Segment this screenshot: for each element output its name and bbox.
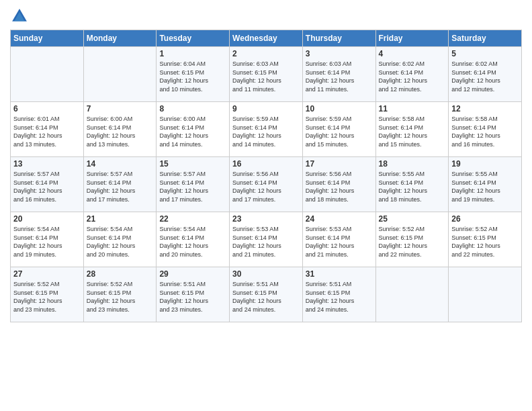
day-number: 8 — [159, 104, 226, 113]
day-number: 24 — [306, 214, 373, 224]
day-info: Sunrise: 6:02 AM Sunset: 6:14 PM Dayligh… — [379, 60, 446, 93]
day-number: 29 — [159, 269, 226, 279]
day-info: Sunrise: 6:03 AM Sunset: 6:14 PM Dayligh… — [306, 60, 373, 93]
day-number: 21 — [87, 214, 154, 224]
day-info: Sunrise: 6:00 AM Sunset: 6:14 PM Dayligh… — [87, 115, 154, 148]
day-number: 19 — [451, 159, 519, 169]
day-info: Sunrise: 6:04 AM Sunset: 6:15 PM Dayligh… — [159, 60, 226, 93]
header-day-thursday: Thursday — [302, 30, 375, 47]
calendar-cell: 12Sunrise: 5:58 AM Sunset: 6:14 PM Dayli… — [449, 102, 522, 157]
calendar-cell: 29Sunrise: 5:51 AM Sunset: 6:15 PM Dayli… — [157, 267, 230, 322]
week-row-2: 13Sunrise: 5:57 AM Sunset: 6:14 PM Dayli… — [11, 157, 522, 212]
day-number: 13 — [13, 159, 81, 169]
calendar-cell: 24Sunrise: 5:53 AM Sunset: 6:14 PM Dayli… — [302, 212, 375, 267]
day-number: 17 — [306, 159, 373, 169]
calendar-cell: 31Sunrise: 5:51 AM Sunset: 6:15 PM Dayli… — [302, 267, 375, 322]
day-number: 2 — [232, 49, 300, 58]
week-row-3: 20Sunrise: 5:54 AM Sunset: 6:14 PM Dayli… — [11, 212, 522, 267]
day-info: Sunrise: 5:59 AM Sunset: 6:14 PM Dayligh… — [306, 115, 373, 148]
day-info: Sunrise: 5:54 AM Sunset: 6:14 PM Dayligh… — [87, 225, 154, 259]
day-info: Sunrise: 6:02 AM Sunset: 6:14 PM Dayligh… — [451, 60, 519, 93]
calendar-cell: 5Sunrise: 6:02 AM Sunset: 6:14 PM Daylig… — [449, 47, 522, 102]
calendar-cell: 14Sunrise: 5:57 AM Sunset: 6:14 PM Dayli… — [83, 157, 157, 212]
day-info: Sunrise: 5:58 AM Sunset: 6:14 PM Dayligh… — [451, 115, 519, 148]
day-info: Sunrise: 5:56 AM Sunset: 6:14 PM Dayligh… — [232, 170, 300, 203]
week-row-4: 27Sunrise: 5:52 AM Sunset: 6:15 PM Dayli… — [11, 267, 522, 322]
calendar-cell: 2Sunrise: 6:03 AM Sunset: 6:15 PM Daylig… — [230, 47, 303, 102]
day-number: 23 — [232, 214, 300, 224]
calendar-cell: 9Sunrise: 5:59 AM Sunset: 6:14 PM Daylig… — [230, 102, 303, 157]
logo — [10, 7, 32, 26]
day-number: 25 — [379, 214, 446, 224]
day-number: 5 — [451, 49, 519, 58]
day-info: Sunrise: 5:53 AM Sunset: 6:14 PM Dayligh… — [306, 225, 373, 259]
day-number: 16 — [232, 159, 300, 169]
calendar-cell: 13Sunrise: 5:57 AM Sunset: 6:14 PM Dayli… — [11, 157, 84, 212]
calendar-cell: 1Sunrise: 6:04 AM Sunset: 6:15 PM Daylig… — [157, 47, 230, 102]
header-day-tuesday: Tuesday — [157, 30, 230, 47]
day-number: 18 — [379, 159, 446, 169]
day-info: Sunrise: 5:51 AM Sunset: 6:15 PM Dayligh… — [232, 280, 300, 314]
header-day-friday: Friday — [375, 30, 449, 47]
header-day-saturday: Saturday — [449, 30, 522, 47]
day-info: Sunrise: 6:01 AM Sunset: 6:14 PM Dayligh… — [13, 115, 81, 148]
header-row: SundayMondayTuesdayWednesdayThursdayFrid… — [11, 30, 522, 47]
day-number: 26 — [451, 214, 519, 224]
calendar-cell: 15Sunrise: 5:57 AM Sunset: 6:14 PM Dayli… — [157, 157, 230, 212]
calendar-table: SundayMondayTuesdayWednesdayThursdayFrid… — [10, 30, 522, 322]
calendar-cell: 10Sunrise: 5:59 AM Sunset: 6:14 PM Dayli… — [302, 102, 375, 157]
day-info: Sunrise: 5:52 AM Sunset: 6:15 PM Dayligh… — [87, 280, 154, 314]
calendar-cell — [449, 267, 522, 322]
day-info: Sunrise: 5:57 AM Sunset: 6:14 PM Dayligh… — [13, 170, 81, 203]
day-number: 10 — [306, 104, 373, 113]
day-info: Sunrise: 5:54 AM Sunset: 6:14 PM Dayligh… — [159, 225, 226, 259]
calendar-cell: 17Sunrise: 5:56 AM Sunset: 6:14 PM Dayli… — [302, 157, 375, 212]
calendar-cell — [375, 267, 449, 322]
day-info: Sunrise: 5:58 AM Sunset: 6:14 PM Dayligh… — [379, 115, 446, 148]
day-number: 14 — [87, 159, 154, 169]
day-number: 6 — [13, 104, 81, 113]
calendar-cell: 8Sunrise: 6:00 AM Sunset: 6:14 PM Daylig… — [157, 102, 230, 157]
day-number: 22 — [159, 214, 226, 224]
calendar-cell — [83, 47, 157, 102]
day-info: Sunrise: 5:52 AM Sunset: 6:15 PM Dayligh… — [379, 225, 446, 259]
week-row-1: 6Sunrise: 6:01 AM Sunset: 6:14 PM Daylig… — [11, 102, 522, 157]
calendar-cell: 20Sunrise: 5:54 AM Sunset: 6:14 PM Dayli… — [11, 212, 84, 267]
day-info: Sunrise: 5:53 AM Sunset: 6:14 PM Dayligh… — [232, 225, 300, 259]
day-info: Sunrise: 6:03 AM Sunset: 6:15 PM Dayligh… — [232, 60, 300, 93]
day-number: 27 — [13, 269, 81, 279]
day-number: 15 — [159, 159, 226, 169]
calendar-cell: 18Sunrise: 5:55 AM Sunset: 6:14 PM Dayli… — [375, 157, 449, 212]
week-row-0: 1Sunrise: 6:04 AM Sunset: 6:15 PM Daylig… — [11, 47, 522, 102]
day-number: 11 — [379, 104, 446, 113]
header — [10, 7, 522, 26]
calendar-cell: 30Sunrise: 5:51 AM Sunset: 6:15 PM Dayli… — [230, 267, 303, 322]
calendar-cell: 19Sunrise: 5:55 AM Sunset: 6:14 PM Dayli… — [449, 157, 522, 212]
calendar-cell — [11, 47, 84, 102]
calendar-cell: 21Sunrise: 5:54 AM Sunset: 6:14 PM Dayli… — [83, 212, 157, 267]
day-number: 7 — [87, 104, 154, 113]
calendar-cell: 22Sunrise: 5:54 AM Sunset: 6:14 PM Dayli… — [157, 212, 230, 267]
day-info: Sunrise: 5:51 AM Sunset: 6:15 PM Dayligh… — [159, 280, 226, 314]
day-info: Sunrise: 5:52 AM Sunset: 6:15 PM Dayligh… — [13, 280, 81, 314]
calendar-cell: 11Sunrise: 5:58 AM Sunset: 6:14 PM Dayli… — [375, 102, 449, 157]
day-info: Sunrise: 5:59 AM Sunset: 6:14 PM Dayligh… — [232, 115, 300, 148]
day-info: Sunrise: 6:00 AM Sunset: 6:14 PM Dayligh… — [159, 115, 226, 148]
day-info: Sunrise: 5:55 AM Sunset: 6:14 PM Dayligh… — [451, 170, 519, 203]
day-number: 28 — [87, 269, 154, 279]
calendar-cell: 27Sunrise: 5:52 AM Sunset: 6:15 PM Dayli… — [11, 267, 84, 322]
header-day-monday: Monday — [83, 30, 157, 47]
calendar-cell: 6Sunrise: 6:01 AM Sunset: 6:14 PM Daylig… — [11, 102, 84, 157]
day-info: Sunrise: 5:57 AM Sunset: 6:14 PM Dayligh… — [87, 170, 154, 203]
calendar-cell: 4Sunrise: 6:02 AM Sunset: 6:14 PM Daylig… — [375, 47, 449, 102]
day-info: Sunrise: 5:54 AM Sunset: 6:14 PM Dayligh… — [13, 225, 81, 259]
header-day-wednesday: Wednesday — [230, 30, 303, 47]
day-info: Sunrise: 5:52 AM Sunset: 6:15 PM Dayligh… — [451, 225, 519, 259]
day-number: 9 — [232, 104, 300, 113]
calendar-cell: 23Sunrise: 5:53 AM Sunset: 6:14 PM Dayli… — [230, 212, 303, 267]
calendar-cell: 16Sunrise: 5:56 AM Sunset: 6:14 PM Dayli… — [230, 157, 303, 212]
day-info: Sunrise: 5:57 AM Sunset: 6:14 PM Dayligh… — [159, 170, 226, 203]
page: SundayMondayTuesdayWednesdayThursdayFrid… — [0, 0, 532, 411]
day-number: 4 — [379, 49, 446, 58]
calendar-cell: 25Sunrise: 5:52 AM Sunset: 6:15 PM Dayli… — [375, 212, 449, 267]
